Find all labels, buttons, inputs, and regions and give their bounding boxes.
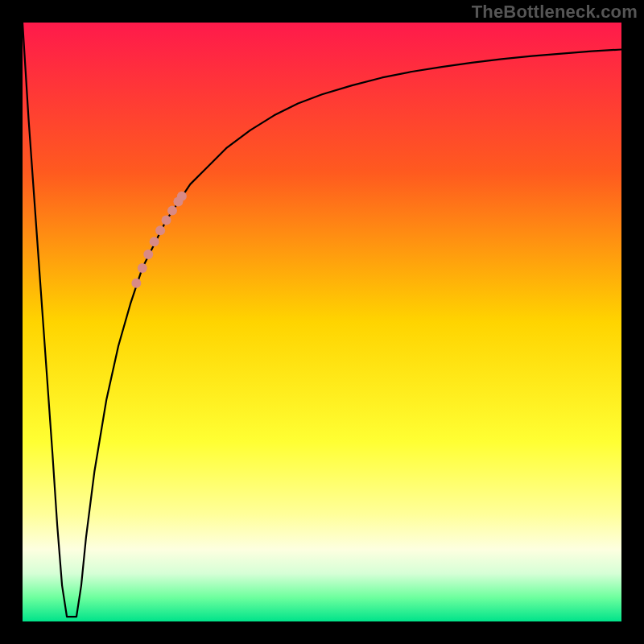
highlight-dot [177, 192, 187, 201]
highlight-dot [162, 216, 171, 225]
gradient-background [23, 23, 621, 621]
watermark-text: TheBottleneck.com [472, 2, 638, 23]
highlight-dot [131, 279, 141, 288]
highlight-dot [167, 206, 177, 216]
highlight-dot [150, 237, 159, 246]
plot-area [23, 23, 621, 621]
highlight-dot [155, 225, 165, 235]
chart-frame: TheBottleneck.com [0, 0, 644, 644]
highlight-dot [143, 250, 153, 259]
chart-svg [23, 23, 621, 621]
highlight-dot [138, 263, 147, 273]
